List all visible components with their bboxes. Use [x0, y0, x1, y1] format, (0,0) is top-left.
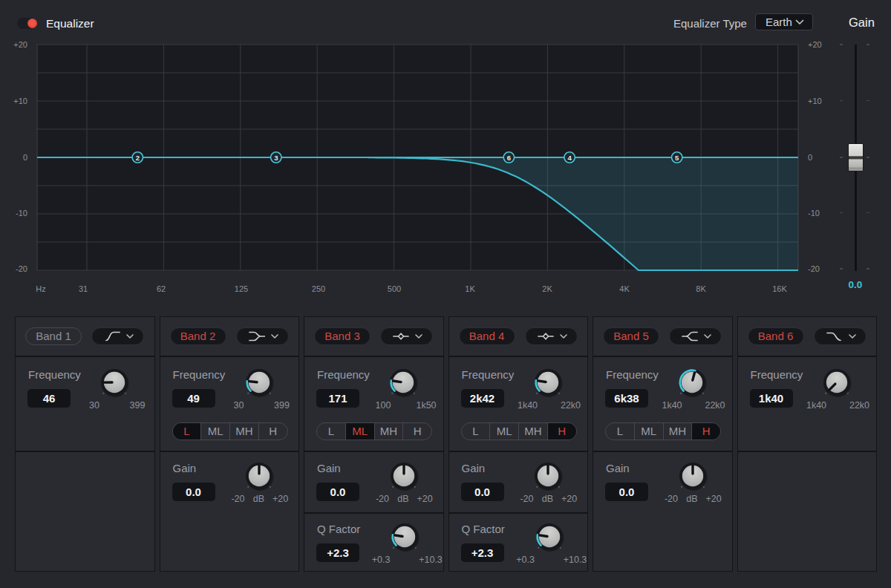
svg-text:2: 2 — [136, 154, 140, 162]
svg-text:4: 4 — [567, 154, 572, 162]
svg-text:6: 6 — [507, 154, 511, 162]
svg-text:5: 5 — [675, 154, 679, 162]
svg-text:3: 3 — [274, 154, 278, 162]
